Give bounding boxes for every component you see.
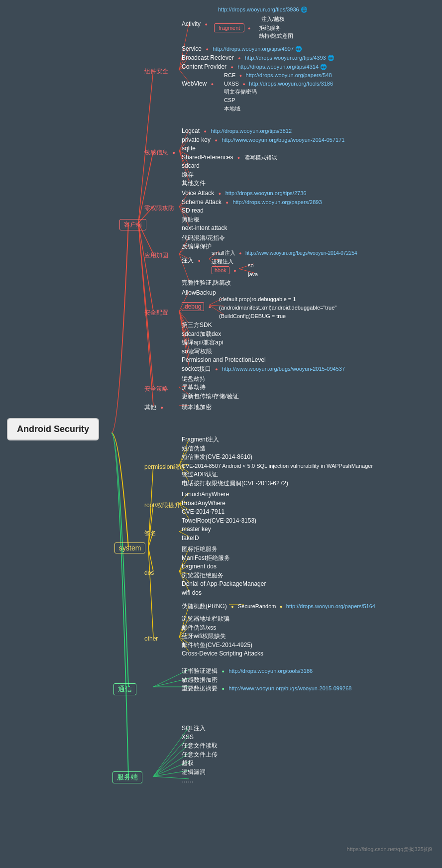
plaintext-pwd: 明文存储密码 [224, 87, 257, 96]
svg-line-49 [148, 504, 153, 547]
third-party-sdk: 第三方SDK [182, 320, 212, 329]
sdcard-node: sdcard [182, 161, 200, 170]
so-node: so [248, 260, 254, 269]
fragment-inject-node: Fragment注入 [182, 434, 219, 444]
other-client-node: 其他 ● [144, 402, 163, 412]
permission-level: Permission and ProtectionLevel [182, 355, 266, 364]
private-key-node: private key ● http://www.wooyun.org/bugs… [182, 135, 344, 144]
privilege-escalation: 越权 [182, 758, 194, 767]
other-files-node: 其他文件 [182, 178, 206, 188]
hook-node: hook ● [212, 265, 236, 274]
content-provider-node: Content Provider ● http://drops.wooyun.o… [182, 62, 327, 71]
inject-node: 注入 ● [182, 255, 201, 265]
important-digest-node: 重要数据摘要 ● http://www.wooyun.org/bugs/wooy… [182, 683, 351, 693]
scheme-attack-node: Scheme Attack ● http://drops.wooyun.org/… [182, 197, 322, 206]
local-domain: 本地域 [224, 104, 240, 112]
mind-map: Android Security 客户端 组件安全 Activity ● htt… [0, 0, 442, 868]
small-inject-node: small注入 ● http://www.wooyun.org/bugs/woo… [212, 248, 357, 257]
client-node: 客户端 [119, 219, 146, 230]
activity-link1: http://drops.wooyun.org/tips/3936 🌐 [218, 4, 308, 13]
cve-2014-7911: CVE-2014-7911 [182, 507, 224, 516]
watermark: https://blog.csdn.net/qq@抝325抝9 [347, 844, 432, 853]
ellipsis-node: …… [182, 775, 194, 784]
dos-node: dos [144, 568, 154, 577]
icon-dos: 图标拒绝服务 [182, 544, 218, 553]
communication-node: 通信 [113, 683, 136, 695]
wifi-dos: wifi dos [182, 588, 202, 597]
cross-device-scripting: Cross-Device Scripting Attacks [182, 649, 263, 657]
denial-pkg-mgr: Denial of App-PackageManager [182, 579, 266, 588]
debug-buildconfig: (BuildConfig)DEBUG = true [219, 311, 286, 320]
xss-node: XSS [182, 732, 194, 741]
java-node: java [248, 269, 258, 278]
broad-anywhere: BroadAnyWhere [182, 498, 225, 507]
towelroot: TowelRoot(CVE-2014-3153) [182, 516, 256, 525]
activity-inject: 注入/越权 [261, 14, 285, 23]
cve-wapp-node: CVE-2014-8507 Android < 5.0 SQL injectio… [182, 461, 373, 470]
signature-node: 签名 [144, 528, 156, 538]
svg-line-0 [138, 70, 153, 223]
debug-ro: (default.prop)ro.debuggable = 1 [219, 294, 296, 303]
app-hardening-node: 应用加固 [144, 250, 168, 260]
master-key-node: master key [182, 524, 211, 533]
server-node: 服务端 [112, 771, 142, 783]
client-label: 客户端 [119, 219, 146, 230]
rce-node: RCE ● http://drops.wooyun.org/papers/548 [224, 70, 332, 79]
activity-dot: ● [205, 22, 207, 27]
component-security-node: 组件安全 [144, 66, 168, 76]
sms-replay-node: 短信重发(CVE-2014-8610) [182, 452, 252, 461]
integrity-check-node: 完整性验证,防篡改 [182, 278, 231, 287]
debug-node: debug ● [182, 302, 211, 311]
weak-local-encrypt: 弱本地加密 [182, 402, 212, 412]
bypass-adb-node: 绕过ADB认证 [182, 469, 218, 479]
next-intent-node: next-intent attack [182, 223, 227, 232]
socket-node: socket接口 ● http://www.wooyun.org/bugs/wo… [182, 364, 345, 373]
allowbackup-node: AllowBackup [182, 288, 216, 297]
screen-hijack: 屏幕劫持 [182, 382, 206, 392]
voice-attack-node: Voice Attack ● http://drops.wooyun.org/t… [182, 188, 306, 197]
cert-verify-node: 证书验证逻辑 ● http://drops.wooyun.org/tools/3… [182, 666, 313, 675]
lanuch-anywhere: LanuchAnyWhere [182, 489, 229, 498]
browser-addr-fake: 浏览器地址栏欺骗 [182, 614, 229, 623]
main-node-label: Android Security [7, 418, 99, 440]
svg-line-52 [148, 547, 153, 637]
fragment-dos: fragment dos [182, 561, 217, 570]
other-system-node: other [144, 634, 158, 643]
svg-line-4 [138, 223, 153, 311]
security-config-node: 安全配置 [144, 308, 168, 317]
activity-node: Activity ● [182, 19, 208, 28]
sensitive-info-node: 敏感信息 ● [144, 147, 175, 157]
perm-bypass-node: permission绕过 [144, 462, 185, 471]
service-node: Service ● http://drops.wooyun.org/tips/4… [182, 44, 302, 53]
phone-perm-bypass: 电话拨打权限绕过漏洞(CVE-2013-6272) [182, 478, 288, 488]
component-security-label: 组件安全 [144, 68, 168, 75]
zero-perm-node: 零权限攻防 [144, 203, 174, 213]
update-verify: 更新包传输/存储/验证 [182, 391, 239, 401]
bt-wifi-perm: 蓝牙wifi权限缺失 [182, 631, 226, 641]
security-policy-node: 安全策略 [144, 384, 168, 393]
prng-node: 伪随机数(PRNG) ● SecureRandom ● http://drops… [182, 601, 375, 611]
debug-manifest: (androidmanifest.xml)android:debuggable=… [219, 303, 336, 312]
csp-node: CSP [224, 95, 235, 104]
root-escalation-node: root/权限提升 [144, 500, 180, 510]
arbitrary-file-read: 任意文件读取 [182, 741, 218, 750]
sd-read-node: SD read [182, 206, 204, 215]
decompile-protect-node: 反编译保护 [182, 241, 212, 251]
logcat-node: Logcat ● http://drops.wooyun.org/tips/38… [182, 126, 292, 135]
compile-api: 编译api/兼容api [182, 337, 223, 347]
sqlite-node: sqlite [182, 143, 196, 152]
hijack: 劫持/隐式意图 [259, 31, 293, 40]
webview-node: WebView ● [182, 79, 214, 88]
sql-inject-node: SQL注入 [182, 723, 206, 733]
broadcast-node: Broadcast Reciever ● http://drops.wooyun… [182, 53, 334, 62]
fragment-node: fragment ● [214, 23, 250, 32]
system-node: system [114, 542, 145, 553]
fake-id-node: fakeID [182, 533, 199, 542]
process-inject-node: 进程注入 [212, 256, 233, 265]
sharedprefs-node: SharedPreferences ● 读写模式错误 [182, 152, 277, 161]
svg-line-5 [138, 223, 153, 387]
activity-label: Activity [182, 20, 201, 27]
